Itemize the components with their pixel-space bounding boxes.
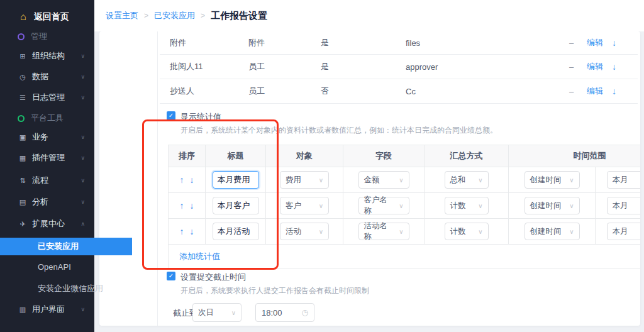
stat-title-input[interactable]	[213, 171, 259, 189]
day-select[interactable]: 次日 ∨	[192, 303, 242, 322]
field-extra: –	[569, 87, 587, 96]
show-stats-description: 开启后，系统统计某个对象内的资料计数或者数值汇总，例如：统计本日完成的合同业绩总…	[180, 125, 497, 136]
add-stat-link[interactable]: 添加统计值	[179, 251, 220, 262]
chevron-down-icon: ∨	[319, 177, 323, 184]
sidebar-item-label: 流程	[32, 175, 48, 186]
select-value: 客户	[286, 201, 301, 211]
org-tree-icon: ⊞	[18, 52, 28, 60]
deadline-checkbox[interactable]: ✓	[167, 272, 175, 280]
select-value: 创建时间	[530, 226, 562, 237]
header-title: 标题	[205, 145, 265, 167]
move-down-icon[interactable]: ↓	[612, 86, 634, 96]
purple-ring-icon	[18, 33, 25, 40]
chart-icon: ▤	[18, 198, 28, 206]
move-up-icon[interactable]: ↑	[180, 175, 184, 185]
field-select[interactable]: 金额 ∨	[358, 171, 409, 189]
header-object: 对象	[265, 145, 343, 167]
field-required: 是	[321, 61, 406, 72]
breadcrumb: 设置主页 > 已安装应用 > 工作报告设置	[106, 0, 267, 31]
sidebar-item-label: 组织结构	[32, 50, 65, 62]
show-stats-label: 显示统计值	[180, 111, 221, 123]
summary-select[interactable]: 总和 ∨	[445, 171, 489, 189]
select-value: 次日	[198, 307, 214, 318]
select-value: 活动名称	[364, 221, 396, 242]
briefcase-icon: ▣	[18, 133, 28, 141]
chevron-down-icon: ∨	[231, 309, 236, 316]
sidebar-item-label: 用户界面	[32, 304, 65, 315]
field-select[interactable]: 活动名称 ∨	[358, 223, 409, 240]
edit-link[interactable]: 编辑	[587, 61, 612, 72]
sidebar-item-organization[interactable]: ⊞ 组织结构 ∨	[0, 47, 94, 65]
sidebar-item-workflow[interactable]: ⇅ 流程 ∨	[0, 172, 94, 189]
stats-row: ↑ ↓ 活动 ∨ 活动名称 ∨ 计数 ∨ 创建时间 ∨	[169, 218, 640, 244]
sidebar-item-business[interactable]: ▣ 业务 ∨	[0, 128, 94, 146]
list-icon: ☰	[18, 94, 28, 102]
sidebar-item-analysis[interactable]: ▤ 分析 ∨	[0, 193, 94, 211]
chevron-down-icon: ∨	[569, 177, 574, 184]
sidebar-item-installed-apps[interactable]: 已安装应用	[0, 238, 132, 255]
chevron-down-icon: ∨	[80, 53, 85, 59]
deadline-label: 设置提交截止时间	[180, 272, 246, 283]
chevron-down-icon: ∨	[399, 177, 403, 184]
breadcrumb-settings-home[interactable]: 设置主页	[106, 10, 138, 21]
time-range-select[interactable]: 本月 ∨	[607, 197, 641, 214]
time-input[interactable]: 18:00 ◷	[255, 303, 314, 322]
edit-link[interactable]: 编辑	[587, 37, 612, 48]
chevron-down-icon: ∨	[80, 74, 85, 80]
sidebar-section-admin[interactable]: 管理	[0, 28, 94, 45]
time-field-select[interactable]: 创建时间 ∨	[525, 223, 580, 240]
chevron-down-icon: ∨	[399, 202, 403, 209]
field-type: 员工	[248, 86, 321, 97]
deadline-description: 开启后，系统要求执行人提交工作报告会有截止时间限制	[180, 285, 369, 296]
sidebar-item-install-wechat-app[interactable]: 安装企业微信应用	[0, 280, 132, 297]
summary-select[interactable]: 计数 ∨	[445, 197, 489, 214]
edit-link[interactable]: 编辑	[587, 86, 612, 97]
stat-title-input[interactable]	[213, 223, 259, 240]
object-select[interactable]: 费用 ∨	[280, 171, 329, 189]
table-row: 附件 附件 是 files – 编辑 ↓	[160, 31, 638, 55]
move-down-icon[interactable]: ↓	[190, 175, 194, 185]
move-up-icon[interactable]: ↑	[180, 201, 184, 211]
field-key: approver	[406, 62, 569, 72]
rocket-icon: ✈	[18, 220, 28, 228]
sidebar-item-logs[interactable]: ☰ 日志管理 ∨	[0, 89, 94, 106]
object-select[interactable]: 客户 ∨	[280, 197, 329, 214]
sidebar-item-data[interactable]: ◷ 数据 ∨	[0, 68, 94, 86]
move-down-icon[interactable]: ↓	[190, 226, 194, 236]
select-value: 本月	[613, 226, 628, 237]
time-range-select[interactable]: 本月 ∨	[607, 171, 641, 189]
time-range-select[interactable]: 本月 ∨	[607, 223, 641, 240]
stat-title-input[interactable]	[213, 197, 259, 214]
field-select[interactable]: 客户名称 ∨	[358, 197, 409, 214]
move-up-icon[interactable]: ↑	[180, 226, 184, 236]
sidebar-item-plugins[interactable]: ▦ 插件管理 ∨	[0, 149, 94, 167]
move-down-icon[interactable]: ↓	[612, 62, 634, 72]
sidebar-item-home[interactable]: ⌂ 返回首页	[0, 8, 94, 26]
table-row: 批阅人11 员工 是 approver – 编辑 ↓	[160, 55, 638, 79]
select-value: 创建时间	[530, 201, 562, 211]
object-select[interactable]: 活动 ∨	[280, 223, 329, 240]
sidebar-item-openapi[interactable]: OpenAPI	[0, 258, 132, 275]
sidebar-item-extension-center[interactable]: ✈ 扩展中心 ∧	[0, 215, 94, 233]
chevron-down-icon: ∨	[319, 202, 323, 209]
header-field: 字段	[343, 145, 424, 167]
move-down-icon[interactable]: ↓	[612, 38, 634, 48]
breadcrumb-separator: >	[144, 11, 148, 20]
sidebar-item-label: OpenAPI	[38, 262, 71, 272]
field-required: 否	[321, 86, 406, 97]
field-name: 批阅人11	[170, 61, 248, 72]
sidebar-section-platform-tools[interactable]: 平台工具	[0, 109, 94, 127]
time-field-select[interactable]: 创建时间 ∨	[525, 197, 580, 214]
time-field-select[interactable]: 创建时间 ∨	[525, 171, 580, 189]
sidebar-item-label: 分析	[32, 196, 48, 208]
breadcrumb-installed-apps[interactable]: 已安装应用	[154, 10, 195, 21]
sidebar-section-label: 平台工具	[31, 113, 64, 124]
show-stats-checkbox[interactable]: ✓	[167, 111, 175, 120]
move-down-icon[interactable]: ↓	[190, 201, 194, 211]
sidebar-item-user-interface[interactable]: ▥ 用户界面 ∨	[0, 301, 94, 318]
field-extra: –	[569, 38, 587, 48]
chevron-down-icon: ∨	[478, 228, 482, 235]
time-value: 18:00	[262, 308, 282, 318]
header-summary: 汇总方式	[424, 145, 508, 167]
summary-select[interactable]: 计数 ∨	[445, 223, 489, 240]
